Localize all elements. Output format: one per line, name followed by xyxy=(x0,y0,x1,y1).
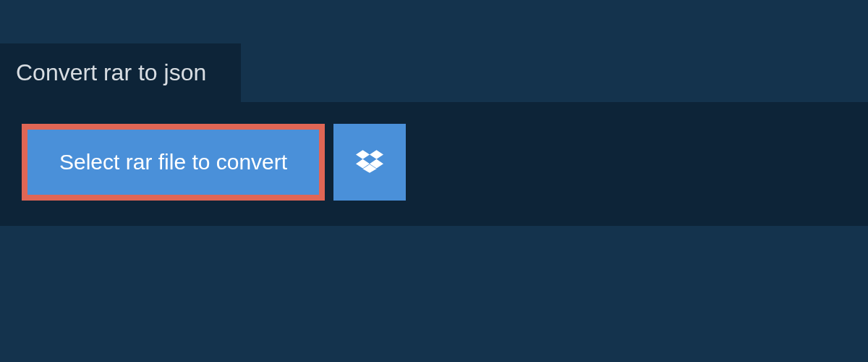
dropbox-button[interactable] xyxy=(333,124,406,201)
dropbox-icon xyxy=(356,148,383,177)
select-file-button[interactable]: Select rar file to convert xyxy=(22,124,325,201)
content-panel: Select rar file to convert xyxy=(0,102,868,226)
tab-header: Convert rar to json xyxy=(0,43,241,102)
page-title: Convert rar to json xyxy=(16,59,206,85)
button-row: Select rar file to convert xyxy=(22,124,846,201)
select-file-label: Select rar file to convert xyxy=(59,150,287,174)
